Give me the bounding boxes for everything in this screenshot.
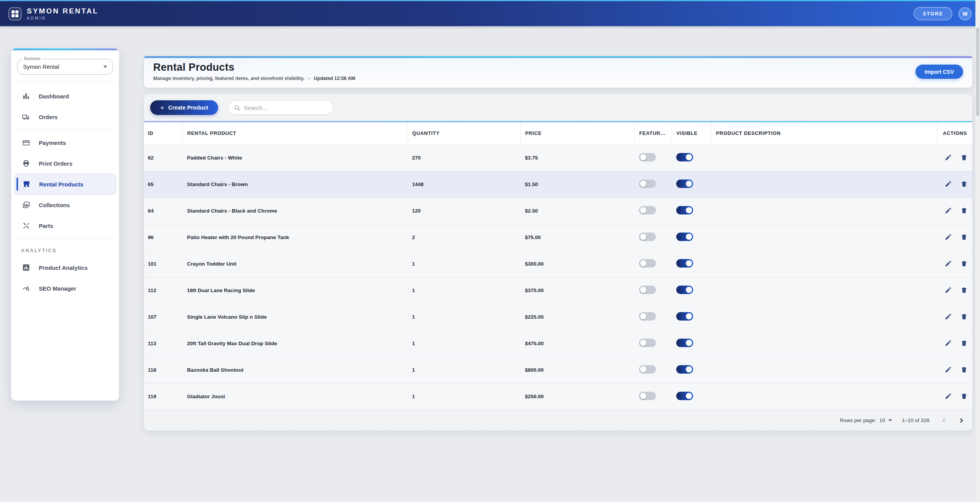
edit-icon[interactable] [945, 180, 952, 188]
featured-toggle[interactable] [639, 153, 656, 161]
search-icon [234, 105, 240, 111]
cell-id: 101 [144, 251, 182, 277]
rows-per-page-select[interactable]: Rows per page: 10 [840, 417, 892, 423]
sidebar-item-payments[interactable]: Payments [14, 132, 116, 153]
avatar[interactable]: W [958, 7, 972, 20]
search-input[interactable] [244, 105, 328, 111]
visible-toggle[interactable] [676, 153, 693, 161]
table-row[interactable]: 101 Crayon Toddler Unit 1 $300.00 [144, 251, 972, 277]
visible-toggle[interactable] [676, 180, 693, 188]
featured-toggle[interactable] [639, 365, 656, 374]
table-footer: Rows per page: 10 1–10 of 328 [144, 410, 972, 431]
cell-quantity: 1 [407, 383, 520, 410]
cell-price: $3.75 [520, 145, 634, 171]
featured-toggle[interactable] [639, 180, 656, 188]
chevron-down-icon [888, 419, 892, 421]
delete-icon[interactable] [960, 207, 968, 214]
visible-toggle[interactable] [676, 206, 693, 214]
sidebar-item-dashboard[interactable]: Dashboard [14, 86, 116, 106]
next-page-button[interactable] [958, 418, 964, 423]
create-product-button[interactable]: + Create Product [150, 100, 218, 115]
cell-quantity: 1 [407, 357, 520, 383]
scrollbar-track[interactable] [975, 0, 980, 502]
import-csv-button[interactable]: Import CSV [915, 65, 963, 79]
edit-icon[interactable] [945, 366, 952, 373]
sidebar-item-collections[interactable]: Collections [14, 194, 116, 215]
table-row[interactable]: 62 Padded Chairs - White 270 $3.75 [144, 145, 972, 171]
previous-page-button[interactable] [942, 418, 947, 423]
delete-icon[interactable] [960, 180, 968, 188]
divider [15, 238, 115, 239]
visible-toggle[interactable] [676, 339, 693, 347]
cell-product-name: Gladiator Joust [182, 383, 407, 410]
sidebar-item-product-analytics[interactable]: Product Analytics [14, 257, 116, 278]
featured-toggle[interactable] [639, 233, 656, 241]
topbar: SYMON RENTAL ADMIN STORE W [0, 0, 980, 26]
cell-id: 64 [144, 198, 182, 224]
delete-icon[interactable] [960, 154, 968, 161]
products-table: ID RENTAL PRODUCT QUANTITY PRICE FEATUR…… [144, 122, 972, 410]
visible-toggle[interactable] [676, 312, 693, 321]
featured-toggle[interactable] [639, 286, 656, 294]
table-row[interactable]: 65 Standard Chairs - Brown 1448 $1.50 [144, 171, 972, 198]
cell-description [711, 330, 937, 357]
featured-toggle[interactable] [639, 392, 656, 400]
cell-product-name: Patio Heater with 20 Pound Propane Tank [182, 224, 407, 251]
edit-icon[interactable] [945, 392, 952, 400]
business-select-label: Business [22, 56, 43, 61]
featured-toggle[interactable] [639, 339, 656, 347]
featured-toggle[interactable] [639, 259, 656, 268]
table-row[interactable]: 113 20ft Tall Gravity Max Dual Drop Slid… [144, 330, 972, 357]
delete-icon[interactable] [960, 339, 968, 347]
edit-icon[interactable] [945, 313, 952, 320]
delete-icon[interactable] [960, 233, 968, 241]
visible-toggle[interactable] [676, 392, 693, 400]
cell-id: 118 [144, 357, 182, 383]
seo-trend-icon [22, 284, 30, 293]
sidebar-item-print-orders[interactable]: Print Orders [14, 153, 116, 174]
store-button[interactable]: STORE [914, 7, 952, 20]
edit-icon[interactable] [945, 260, 952, 267]
table-row[interactable]: 119 Gladiator Joust 1 $250.00 [144, 383, 972, 410]
search-box [228, 100, 333, 115]
edit-icon[interactable] [945, 207, 952, 214]
table-row[interactable]: 96 Patio Heater with 20 Pound Propane Ta… [144, 224, 972, 251]
table-row[interactable]: 64 Standard Chairs - Black and Chrome 12… [144, 198, 972, 224]
sidebar-nav: Dashboard Orders Payments Print Orders R… [11, 82, 119, 303]
sidebar-item-label: Orders [39, 114, 58, 120]
visible-toggle[interactable] [676, 233, 693, 241]
cell-price: $225.00 [520, 304, 634, 330]
table-body: 62 Padded Chairs - White 270 $3.75 65 St… [144, 145, 972, 410]
edit-icon[interactable] [945, 233, 952, 241]
featured-toggle[interactable] [639, 312, 656, 321]
sidebar-item-seo-manager[interactable]: SEO Manager [14, 278, 116, 299]
cell-quantity: 120 [407, 198, 520, 224]
sidebar-item-parts[interactable]: Parts [14, 215, 116, 236]
visible-toggle[interactable] [676, 286, 693, 294]
sidebar-item-label: Product Analytics [39, 264, 88, 271]
sidebar-item-rental-products[interactable]: Rental Products [14, 174, 116, 194]
col-header-visible: VISIBLE [672, 122, 711, 145]
edit-icon[interactable] [945, 339, 952, 347]
edit-icon[interactable] [945, 154, 952, 161]
delete-icon[interactable] [960, 392, 968, 400]
featured-toggle[interactable] [639, 206, 656, 214]
page-title: Rental Products [153, 62, 963, 73]
visible-toggle[interactable] [676, 259, 693, 268]
visible-toggle[interactable] [676, 365, 693, 374]
table-row[interactable]: 112 18ft Dual Lane Racing Slide 1 $375.0… [144, 277, 972, 304]
cell-description [711, 251, 937, 277]
delete-icon[interactable] [960, 260, 968, 267]
delete-icon[interactable] [960, 286, 968, 294]
edit-icon[interactable] [945, 286, 952, 294]
table-row[interactable]: 107 Single Lane Volcano Slip n Slide 1 $… [144, 304, 972, 330]
cell-quantity: 1 [407, 304, 520, 330]
delete-icon[interactable] [960, 313, 968, 320]
scrollbar-thumb[interactable] [976, 28, 979, 116]
table-row[interactable]: 118 Bazooka Ball Shootout 1 $800.00 [144, 357, 972, 383]
business-select[interactable]: Business Symon Rental [17, 59, 113, 75]
rows-per-page-label: Rows per page: [840, 417, 876, 423]
delete-icon[interactable] [960, 366, 968, 373]
cell-product-name: 20ft Tall Gravity Max Dual Drop Slide [182, 330, 407, 357]
sidebar-item-orders[interactable]: Orders [14, 106, 116, 127]
